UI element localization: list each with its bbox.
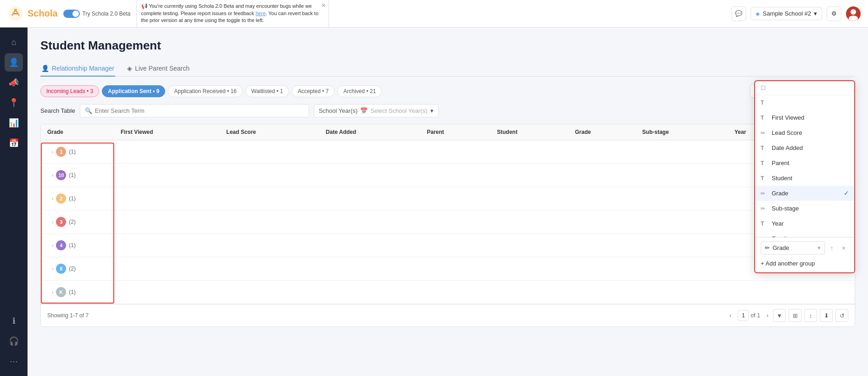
column-dropdown-panel: ☐ T T First Viewed ✏ Lead Score T Date A… — [754, 80, 855, 273]
settings-button[interactable]: ⚙ — [827, 6, 841, 21]
close-banner-icon[interactable]: ✕ — [321, 2, 326, 10]
table-row: › 10 (1) — [41, 164, 855, 187]
date-added-cell — [319, 140, 420, 164]
sidebar-item-analytics[interactable]: 📊 — [5, 114, 23, 132]
year-icon: T — [761, 221, 768, 227]
col-header-date-added[interactable]: Date Added — [319, 124, 420, 140]
dropdown-item-student[interactable]: T Student — [755, 171, 854, 186]
row-chevron-icon[interactable]: › — [52, 220, 53, 225]
grade-col-cell — [568, 234, 636, 257]
search-input[interactable] — [95, 107, 304, 114]
group-selector-actions: ↑ × — [827, 243, 849, 253]
sidebar-item-people[interactable]: 👤 — [5, 53, 23, 72]
add-group-button[interactable]: + Add another group — [761, 258, 849, 269]
tab-live-parent-search[interactable]: ◈ Live Parent Search — [126, 61, 190, 77]
dropdown-item-grade[interactable]: ✏ Grade ✓ — [755, 186, 854, 201]
toggle-area[interactable]: Try Schola 2.0 Beta — [63, 10, 131, 18]
dropdown-item-parent[interactable]: T Parent — [755, 155, 854, 171]
row-chevron-icon[interactable]: › — [52, 290, 53, 295]
grade-cell: › 10 (1) — [41, 164, 114, 187]
row-chevron-icon[interactable]: › — [52, 149, 53, 155]
filter-chip-waitlisted[interactable]: Waitlisted • 1 — [245, 85, 289, 97]
dropdown-item-date-added[interactable]: T Date Added — [755, 140, 854, 155]
dropdown-scroll[interactable]: ☐ T T First Viewed ✏ Lead Score T Date A… — [755, 81, 854, 237]
search-box[interactable]: 🔍 — [80, 104, 309, 117]
dropdown-item-email[interactable]: ✉ Email — [755, 231, 854, 237]
download-action-icon[interactable]: ⬇ — [820, 309, 833, 322]
table-row: › 3 (2) — [41, 210, 855, 234]
parent-label: Parent — [772, 160, 789, 166]
date-added-label: Date Added — [772, 144, 803, 151]
beta-toggle[interactable] — [63, 10, 80, 18]
dropdown-item-sub-stage[interactable]: ✏ Sub-stage — [755, 201, 854, 216]
sort-action-icon[interactable]: ↕ — [804, 309, 817, 322]
col-header-grade[interactable]: Grade — [41, 124, 114, 140]
svg-point-4 — [849, 16, 858, 21]
filter-chip-incoming[interactable]: Incoming Leads • 3 — [40, 85, 99, 97]
dropdown-item-year[interactable]: T Year — [755, 216, 854, 231]
col-header-parent[interactable]: Parent — [420, 124, 490, 140]
filter-chip-accepted[interactable]: Accepted • 7 — [292, 85, 335, 97]
grade-badge: K — [56, 287, 66, 297]
live-search-tab-label: Live Parent Search — [135, 65, 189, 72]
sidebar-item-calendar[interactable]: 📅 — [5, 134, 23, 152]
row-chevron-icon[interactable]: › — [52, 196, 53, 201]
date-added-cell — [319, 164, 420, 187]
filter-chip-app-received[interactable]: Application Received • 16 — [168, 85, 242, 97]
sidebar-item-pins[interactable]: 📍 — [5, 94, 23, 112]
grade-col-cell — [568, 210, 636, 234]
sub-stage-cell — [636, 187, 728, 210]
sidebar-item-marketing[interactable]: 📣 — [5, 73, 23, 92]
sidebar-bottom: ℹ 🎧 ⋯ — [5, 312, 23, 370]
col-header-first-viewed[interactable]: First Viewed — [114, 124, 220, 140]
content-area: Student Management 👤 Relationship Manage… — [28, 28, 868, 376]
table-scroll[interactable]: Grade First Viewed Lead Score Date Added… — [41, 124, 855, 304]
next-page-button[interactable]: › — [762, 310, 773, 321]
row-chevron-icon[interactable]: › — [52, 173, 53, 178]
row-chevron-icon[interactable]: › — [52, 266, 53, 271]
dropdown-item-first-viewed[interactable]: T First Viewed — [755, 110, 854, 125]
sidebar-item-support[interactable]: 🎧 — [5, 332, 23, 350]
beta-label: Try Schola 2.0 Beta — [83, 11, 131, 17]
group-action-icon[interactable]: ⊞ — [789, 309, 801, 322]
school-year-selector[interactable]: School Year(s) 📅 Select School Year(s) ▾ — [314, 104, 439, 117]
chat-button[interactable]: 💬 — [731, 6, 746, 21]
grade-cell: › 2 (1) — [41, 187, 114, 210]
col-header-lead-score[interactable]: Lead Score — [220, 124, 319, 140]
col-header-grade-col[interactable]: Grade — [568, 124, 636, 140]
email-label: Email — [772, 235, 787, 237]
sidebar-item-info[interactable]: ℹ — [5, 312, 23, 330]
grade-col-cell — [568, 257, 636, 281]
grade-count: (1) — [69, 289, 76, 295]
school-chevron-icon: ▾ — [814, 10, 817, 17]
prev-page-button[interactable]: ‹ — [725, 310, 736, 321]
sidebar-item-home[interactable]: ⌂ — [5, 33, 23, 51]
group-close-button[interactable]: × — [839, 243, 849, 253]
filter-chip-archived[interactable]: Archived • 21 — [337, 85, 382, 97]
group-up-button[interactable]: ↑ — [827, 243, 837, 253]
grade-count: (2) — [69, 265, 76, 272]
filter-action-icon[interactable]: ▼ — [773, 309, 786, 322]
col-header-student[interactable]: Student — [490, 124, 568, 140]
checkbox-icon: ☐ — [761, 85, 768, 91]
student-icon: T — [761, 175, 768, 182]
group-selector[interactable]: ✏ Grade ▾ — [761, 241, 825, 254]
avatar[interactable] — [846, 6, 861, 21]
dropdown-t-row[interactable]: T — [755, 95, 854, 110]
filter-chip-app-sent[interactable]: Application Sent • 9 — [102, 85, 165, 97]
announcement-link[interactable]: here — [256, 11, 266, 16]
dropdown-item-lead-score[interactable]: ✏ Lead Score — [755, 125, 854, 140]
grade-cell: › 3 (2) — [41, 210, 114, 234]
announcement-text: 📢 You're currently using Schola 2.0 Beta… — [141, 3, 318, 23]
school-selector[interactable]: ◈ Sample School #2 ▾ — [751, 7, 822, 20]
chat-icon: 💬 — [735, 10, 742, 17]
col-header-sub-stage[interactable]: Sub-stage — [636, 124, 728, 140]
grade-count: (2) — [69, 219, 76, 225]
student-cell — [490, 164, 568, 187]
row-chevron-icon[interactable]: › — [52, 243, 53, 248]
refresh-action-icon[interactable]: ↺ — [835, 309, 848, 322]
tab-relationship-manager[interactable]: 👤 Relationship Manager — [40, 61, 115, 77]
sidebar-item-more[interactable]: ⋯ — [5, 352, 23, 370]
dropdown-checkbox-row[interactable]: ☐ — [755, 81, 854, 95]
search-icon: 🔍 — [85, 107, 92, 114]
